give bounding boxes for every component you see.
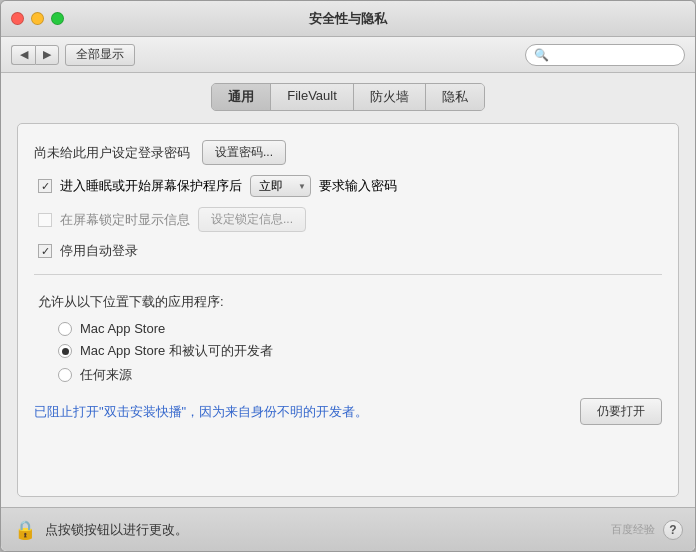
search-icon: 🔍 <box>534 48 549 62</box>
radio-mac-app-store[interactable] <box>58 322 72 336</box>
tab-privacy[interactable]: 隐私 <box>426 84 484 110</box>
sleep-row: ✓ 进入睡眠或开始屏幕保护程序后 立即 5分钟 1小时 要求输入密码 <box>34 175 662 197</box>
tab-firewall[interactable]: 防火墙 <box>354 84 426 110</box>
blocked-row: 已阻止打开"双击安装快播"，因为来自身份不明的开发者。 仍要打开 <box>34 398 662 425</box>
general-panel: 尚未给此用户设定登录密码 设置密码... ✓ 进入睡眠或开始屏幕保护程序后 立即… <box>17 123 679 497</box>
nav-buttons: ◀ ▶ <box>11 45 59 65</box>
help-button[interactable]: ? <box>663 520 683 540</box>
show-all-button[interactable]: 全部显示 <box>65 44 135 66</box>
tab-filevault[interactable]: FileVault <box>271 84 354 110</box>
minimize-button[interactable] <box>31 12 44 25</box>
footer: 🔒 点按锁按钮以进行更改。 百度经验 ? <box>1 507 695 551</box>
search-input[interactable] <box>553 48 676 62</box>
content: 通用 FileVault 防火墙 隐私 尚未给此用户设定登录密码 设置密码...… <box>1 73 695 507</box>
footer-right: 百度经验 ? <box>611 520 683 540</box>
tab-group: 通用 FileVault 防火墙 隐私 <box>211 83 485 111</box>
radio-mac-app-store-developers[interactable] <box>58 344 72 358</box>
close-button[interactable] <box>11 12 24 25</box>
set-password-button[interactable]: 设置密码... <box>202 140 286 165</box>
radio-row-mac-app-store-developers: Mac App Store 和被认可的开发者 <box>58 342 662 360</box>
forward-button[interactable]: ▶ <box>35 45 59 65</box>
sleep-select-wrapper: 立即 5分钟 1小时 <box>250 175 311 197</box>
footer-text: 点按锁按钮以进行更改。 <box>45 521 188 539</box>
sleep-prefix: 进入睡眠或开始屏幕保护程序后 <box>60 177 242 195</box>
titlebar: 安全性与隐私 <box>1 1 695 37</box>
download-section-label: 允许从以下位置下载的应用程序: <box>34 293 662 311</box>
password-label: 尚未给此用户设定登录密码 <box>34 144 190 162</box>
traffic-lights <box>11 12 64 25</box>
auto-login-checkbox[interactable]: ✓ <box>38 244 52 258</box>
sleep-select[interactable]: 立即 5分钟 1小时 <box>250 175 311 197</box>
radio-row-anywhere: 任何来源 <box>58 366 662 384</box>
maximize-button[interactable] <box>51 12 64 25</box>
radio-row-mac-app-store: Mac App Store <box>58 321 662 336</box>
set-lock-button[interactable]: 设定锁定信息... <box>198 207 306 232</box>
watermark: 百度经验 <box>611 522 655 537</box>
auto-login-row: ✓ 停用自动登录 <box>34 242 662 260</box>
window-title: 安全性与隐私 <box>309 10 387 28</box>
lock-screen-row: 在屏幕锁定时显示信息 设定锁定信息... <box>34 207 662 232</box>
tab-general[interactable]: 通用 <box>212 84 271 110</box>
lock-screen-label: 在屏幕锁定时显示信息 <box>60 211 190 229</box>
auto-login-label: 停用自动登录 <box>60 242 138 260</box>
lock-icon[interactable]: 🔒 <box>13 518 37 542</box>
window: 安全性与隐私 ◀ ▶ 全部显示 🔍 通用 FileVault 防火墙 隐私 <box>0 0 696 552</box>
sleep-suffix: 要求输入密码 <box>319 177 397 195</box>
toolbar: ◀ ▶ 全部显示 🔍 <box>1 37 695 73</box>
radio-label-mac-app-store-developers: Mac App Store 和被认可的开发者 <box>80 342 273 360</box>
radio-anywhere[interactable] <box>58 368 72 382</box>
password-row: 尚未给此用户设定登录密码 设置密码... <box>34 140 662 165</box>
sleep-checkbox[interactable]: ✓ <box>38 179 52 193</box>
tabs: 通用 FileVault 防火墙 隐私 <box>17 83 679 111</box>
radio-group: Mac App Store Mac App Store 和被认可的开发者 任何来… <box>34 321 662 384</box>
radio-label-anywhere: 任何来源 <box>80 366 132 384</box>
separator <box>34 274 662 275</box>
search-box: 🔍 <box>525 44 685 66</box>
radio-label-mac-app-store: Mac App Store <box>80 321 165 336</box>
back-button[interactable]: ◀ <box>11 45 35 65</box>
lock-screen-checkbox[interactable] <box>38 213 52 227</box>
open-anyway-button[interactable]: 仍要打开 <box>580 398 662 425</box>
blocked-text: 已阻止打开"双击安装快播"，因为来自身份不明的开发者。 <box>34 403 580 421</box>
